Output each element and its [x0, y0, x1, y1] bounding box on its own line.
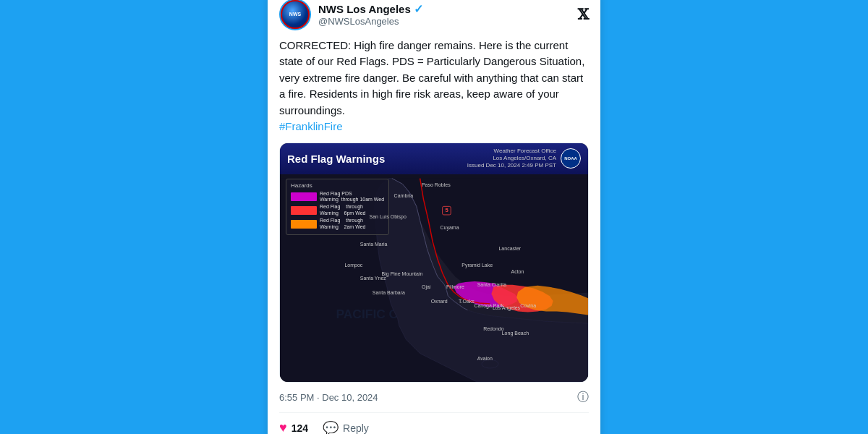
tweet-header: NWS NWS Los Angeles ✓ @NWSLosAngeles 𝕏: [279, 0, 589, 30]
tweet-body: CORRECTED: High fire danger remains. Her…: [279, 38, 589, 135]
map-header: Red Flag Warnings Weather Forecast Offic…: [280, 143, 588, 174]
like-button[interactable]: ♥ 124: [279, 420, 308, 434]
svg-point-4: [482, 359, 498, 368]
noaa-logo: NOAA: [561, 148, 581, 169]
label-avalon: Avalon: [477, 356, 493, 361]
legend-color-pds: [291, 192, 317, 201]
label-redondo: Redondo: [483, 326, 503, 331]
map-container: Red Flag Warnings Weather Forecast Offic…: [280, 143, 588, 382]
label-los-angeles: Los Angeles: [493, 305, 520, 310]
label-lancaster: Lancaster: [498, 246, 521, 251]
avatar[interactable]: NWS: [279, 0, 311, 30]
info-icon[interactable]: ⓘ: [577, 390, 589, 405]
account-info: NWS Los Angeles ✓ @NWSLosAngeles: [318, 2, 423, 27]
label-santa-maria: Santa Maria: [360, 242, 388, 247]
verified-icon: ✓: [414, 2, 423, 16]
label-acton: Acton: [511, 269, 524, 274]
legend-item-orange: Red Flag throughWarning 2am Wed: [291, 218, 384, 230]
tweet-header-left: NWS NWS Los Angeles ✓ @NWSLosAngeles: [279, 0, 423, 30]
legend-color-red: [291, 206, 317, 215]
label-long-beach: Long Beach: [502, 331, 529, 336]
account-handle: @NWSLosAngeles: [318, 16, 423, 27]
account-name: NWS Los Angeles ✓: [318, 2, 423, 16]
hashtag-link[interactable]: #FranklinFire: [279, 120, 343, 132]
avatar-image: NWS: [281, 0, 310, 29]
map-title: Red Flag Warnings: [287, 153, 385, 165]
map-legend: Hazards Red Flag PDSWarning through 10am…: [286, 179, 389, 235]
legend-title: Hazards: [291, 182, 384, 189]
label-san-luis-obispo: San Luis Obispo: [370, 214, 407, 219]
tweet-text-main: CORRECTED: High fire danger remains. Her…: [279, 39, 584, 116]
legend-label-orange: Red Flag throughWarning 2am Wed: [320, 218, 365, 230]
label-toaks: T.Oaks: [459, 299, 475, 304]
legend-item-pds: Red Flag PDSWarning through 10am Wed: [291, 191, 384, 203]
label-lompoc: Lompoc: [344, 263, 362, 268]
label-cambria: Cambria: [394, 193, 413, 198]
label-santa-barbara: Santa Barbara: [373, 290, 405, 295]
label-pyramid-lake: Pyramid Lake: [461, 263, 493, 268]
label-big-pine: Big Pine Mountain: [382, 271, 423, 276]
reply-label: Reply: [343, 422, 369, 434]
label-santa-clarita: Santa Clarita: [477, 282, 506, 287]
tweet-meta: 6:55 PM · Dec 10, 2024 ⓘ: [279, 390, 589, 405]
reply-button[interactable]: 💬 Reply: [323, 420, 369, 435]
label-ojai: Ojai: [422, 284, 430, 289]
map-office: Weather Forecast OfficeLos Angeles/Oxnar…: [467, 148, 556, 170]
display-name: NWS Los Angeles: [318, 3, 411, 15]
label-covina: Covina: [520, 303, 536, 308]
label-oxnard: Oxnard: [431, 299, 448, 304]
legend-color-orange: [291, 220, 317, 229]
likes-count: 124: [292, 422, 308, 434]
reply-icon: 💬: [323, 420, 339, 435]
tweet-actions: ♥ 124 💬 Reply: [279, 412, 589, 435]
svg-text:5: 5: [445, 207, 448, 213]
map-body: PACIFIC OCEAN 5: [280, 174, 588, 383]
tweet-card: NWS NWS Los Angeles ✓ @NWSLosAngeles 𝕏 C…: [268, 0, 600, 434]
label-paso-robles: Paso Robles: [422, 182, 451, 187]
label-cuyama: Cuyama: [441, 225, 459, 230]
legend-label-pds: Red Flag PDSWarning through 10am Wed: [320, 191, 384, 203]
x-logo[interactable]: 𝕏: [577, 6, 589, 23]
tweet-media: Red Flag Warnings Weather Forecast Offic…: [279, 142, 589, 383]
heart-icon: ♥: [279, 420, 287, 434]
legend-label-red: Red Flag throughWarning 6pm Wed: [320, 204, 365, 216]
tweet-timestamp: 6:55 PM · Dec 10, 2024: [279, 392, 378, 403]
label-fillmore: Fillmore: [446, 284, 464, 289]
